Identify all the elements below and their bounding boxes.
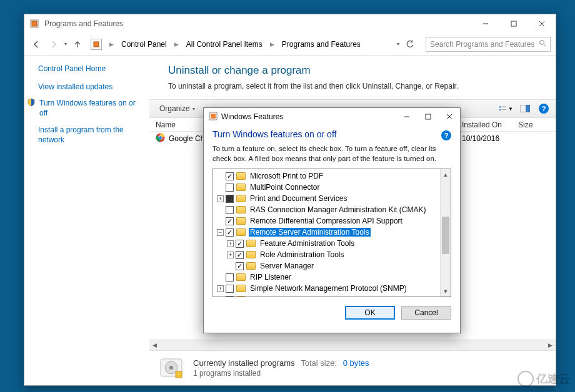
checkbox[interactable] (226, 184, 234, 192)
status-bar: Currently installed programs Total size:… (149, 350, 556, 385)
feature-node[interactable]: Server Manager (213, 260, 440, 272)
search-placeholder: Search Programs and Features (430, 40, 534, 49)
minimize-button[interactable] (471, 14, 499, 33)
feature-node[interactable]: Remote Differential Compression API Supp… (213, 215, 440, 227)
expander-icon[interactable]: + (227, 252, 234, 258)
checkbox[interactable] (226, 273, 234, 282)
horizontal-scrollbar[interactable]: ◀ ▶ (149, 340, 556, 350)
feature-label: Simple Network Management Protocol (SNMP… (249, 284, 408, 293)
folder-icon (236, 217, 246, 225)
scroll-right-icon[interactable]: ▶ (545, 340, 556, 351)
feature-label: Simple TCPIP services (i.e. echo, daytim… (249, 295, 406, 296)
folder-icon (236, 228, 246, 236)
feature-node[interactable]: RIP Listener (213, 272, 440, 283)
dialog-maximize-button[interactable] (418, 108, 439, 125)
feature-label: MultiPoint Connector (249, 183, 321, 192)
program-date: 10/10/2016 (462, 134, 518, 143)
feature-label: RAS Connection Manager Administration Ki… (249, 205, 427, 214)
breadcrumb-separator-icon: ▶ (108, 41, 115, 47)
folder-icon (236, 195, 246, 202)
expander-icon[interactable]: + (217, 285, 224, 292)
breadcrumb-separator-icon: ▶ (269, 41, 276, 47)
checkbox[interactable] (226, 195, 234, 203)
breadcrumb-separator-icon: ▶ (173, 41, 180, 47)
organize-button[interactable]: Organize▾ (154, 103, 200, 114)
dialog-close-button[interactable] (439, 108, 460, 125)
checkbox[interactable] (226, 228, 234, 237)
checkbox[interactable] (226, 217, 234, 225)
dialog-heading: Turn Windows features on or off (212, 129, 336, 139)
folder-icon (246, 240, 256, 247)
svg-rect-1 (32, 21, 37, 26)
folder-icon (246, 251, 256, 258)
svg-rect-6 (94, 42, 99, 47)
svg-rect-3 (511, 21, 516, 26)
dialog-titlebar: Windows Features (204, 108, 460, 125)
feature-tree[interactable]: Microsoft Print to PDFMultiPoint Connect… (213, 169, 440, 296)
status-label: Currently installed programs (193, 358, 295, 368)
expander-icon[interactable]: + (217, 195, 224, 202)
dialog-help-button[interactable]: ? (441, 130, 451, 140)
feature-node[interactable]: Simple TCPIP services (i.e. echo, daytim… (213, 294, 440, 296)
folder-icon (236, 296, 246, 296)
checkbox[interactable] (236, 240, 244, 248)
dialog-minimize-button[interactable] (396, 108, 418, 125)
scroll-left-icon[interactable]: ◀ (149, 340, 160, 351)
feature-node[interactable]: +Simple Network Management Protocol (SNM… (213, 283, 440, 294)
sidebar-heading[interactable]: Control Panel Home (38, 64, 143, 73)
checkbox[interactable] (236, 251, 244, 259)
column-installed-on[interactable]: Installed On (462, 120, 518, 129)
location-icon[interactable] (91, 39, 102, 50)
feature-node[interactable]: +Role Administration Tools (213, 249, 440, 260)
checkbox[interactable] (226, 172, 234, 180)
page-subtext: To uninstall a program, select it from t… (149, 82, 556, 99)
feature-node[interactable]: RAS Connection Manager Administration Ki… (213, 204, 440, 215)
scrollbar-thumb[interactable] (442, 217, 449, 254)
sidebar-link-features[interactable]: Turn Windows features on or off (38, 98, 143, 118)
breadcrumb-item[interactable]: All Control Panel Items (184, 39, 265, 50)
scroll-down-icon[interactable]: ▼ (441, 286, 451, 296)
maximize-button[interactable] (499, 14, 528, 33)
checkbox[interactable] (236, 262, 244, 270)
folder-icon (246, 262, 256, 270)
column-size[interactable]: Size (518, 120, 556, 129)
search-input[interactable]: Search Programs and Features (426, 37, 551, 52)
breadcrumb-item[interactable]: Control Panel (119, 39, 169, 50)
folder-icon (236, 273, 246, 281)
folder-icon (236, 184, 246, 191)
feature-node[interactable]: Microsoft Print to PDF (213, 170, 440, 182)
forward-button[interactable] (47, 37, 61, 51)
status-size-label: Total size: (301, 358, 337, 368)
sidebar-link-updates[interactable]: View installed updates (38, 82, 143, 92)
cancel-button[interactable]: Cancel (401, 306, 451, 320)
checkbox[interactable] (226, 296, 234, 297)
expander-icon[interactable]: + (227, 240, 234, 247)
close-button[interactable] (528, 14, 556, 33)
feature-node[interactable]: +Print and Document Services (213, 193, 440, 204)
feature-node[interactable]: MultiPoint Connector (213, 182, 440, 193)
scroll-up-icon[interactable]: ▲ (441, 169, 451, 180)
svg-rect-21 (176, 371, 182, 378)
titlebar: Programs and Features (24, 14, 556, 33)
refresh-button[interactable] (403, 37, 417, 51)
address-dropdown-icon[interactable]: ▾ (397, 41, 399, 47)
dialog-icon (209, 112, 218, 122)
expander-icon[interactable]: − (217, 229, 224, 236)
feature-node[interactable]: +Feature Administration Tools (213, 238, 440, 249)
feature-label: Remote Differential Compression API Supp… (249, 217, 404, 225)
sidebar-link-network[interactable]: Install a program from the network (38, 125, 143, 145)
back-button[interactable] (29, 37, 43, 51)
view-options-button[interactable]: ▼ (499, 102, 513, 115)
up-button[interactable] (71, 37, 84, 51)
history-dropdown-icon[interactable]: ▾ (64, 41, 67, 47)
checkbox[interactable] (226, 206, 234, 214)
tree-scrollbar[interactable]: ▲ ▼ (440, 169, 451, 296)
preview-pane-button[interactable] (518, 102, 532, 115)
feature-node[interactable]: −Remote Server Administration Tools (213, 227, 440, 238)
checkbox[interactable] (226, 285, 234, 293)
status-size-value: 0 bytes (343, 358, 369, 368)
ok-button[interactable]: OK (345, 306, 395, 320)
status-count: 1 programs installed (193, 369, 369, 378)
breadcrumb-item[interactable]: Programs and Features (279, 39, 363, 50)
help-button[interactable]: ? (537, 102, 551, 115)
